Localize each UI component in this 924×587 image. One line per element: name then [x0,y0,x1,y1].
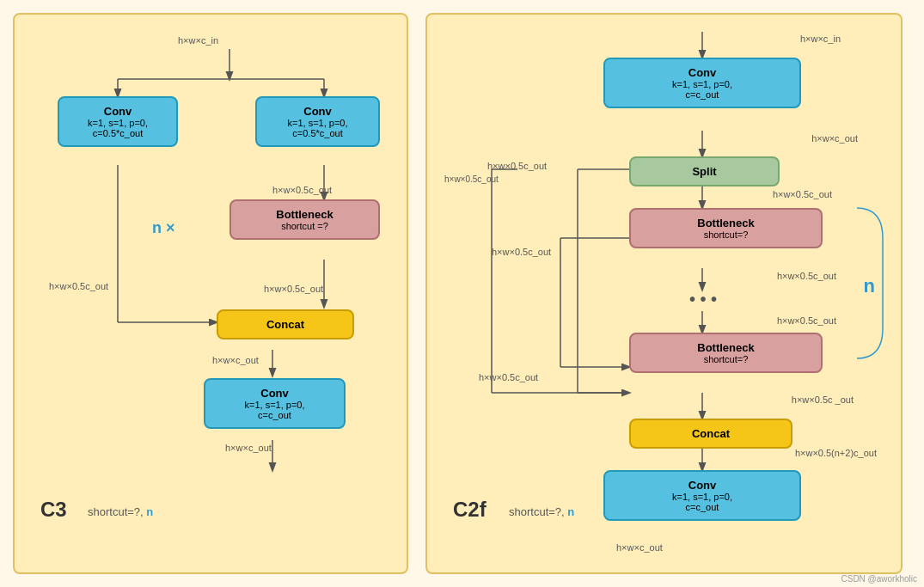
c2f-conv2-text: k=1, s=1, p=0,c=c_out [615,492,789,512]
c2f-bottleneck1-title: Bottleneck [641,217,811,229]
c2f-dots-label: h×w×0.5c_out [777,315,836,326]
c3-concat: Concat [217,309,354,339]
c2f-n: n [567,505,574,518]
c3-panel-sublabel: shortcut=?, n [88,505,153,518]
c2f-concat-out-label: h×w×0.5(n+2)c_out [795,448,877,458]
c2f-bottleneck1: Bottleneck shortcut=? [629,208,823,248]
c3-concat-label-out: h×w×c_out [212,355,259,365]
c2f-bn2-shortcut-label: h×w×0.5c_out [479,372,538,382]
c2f-conv1: Conv k=1, s=1, p=0,c=c_out [603,58,801,108]
c2f-panel-sublabel: shortcut=?, n [509,505,574,518]
c3-conv2-title: Conv [267,105,368,118]
c3-n-label: n × [152,219,175,237]
c3-conv1-title: Conv [70,105,166,118]
c3-mid-label1: h×w×0.5c_out [272,185,332,195]
c2f-conv1-text: k=1, s=1, p=0,c=c_out [615,79,789,100]
c3-conv3-title: Conv [216,387,333,400]
c3-panel-label: C3 [40,498,67,522]
c3-conv3: Conv k=1, s=1, p=0,c=c_out [204,378,346,429]
c2f-conv2-title: Conv [615,479,789,492]
c3-bottleneck: Bottleneck shortcut =? [229,199,380,240]
c2f-concat-title: Concat [641,427,780,440]
c2f-split: Split [629,156,780,186]
c2f-n-label: n [864,275,875,297]
c3-conv1: Conv k=1, s=1, p=0,c=0.5*c_out [58,96,178,147]
c2f-dots: • • • [689,290,717,309]
c2f-split-left-label: h×w×0.5c_out [487,161,547,171]
c2f-split-title: Split [641,165,768,178]
c3-mid-label3: h×w×0.5c_out [264,284,323,294]
c2f-split-right-label: h×w×0.5c_out [773,189,832,199]
c2f-after-conv-label: h×w×c_out [811,133,858,144]
c3-conv3-text: k=1, s=1, p=0,c=c_out [216,400,333,420]
c2f-input-label: h×w×c_in [800,34,841,44]
c3-conv2-text: k=1, s=1, p=0,c=0.5*c_out [267,118,368,138]
c2f-panel-label: C2f [453,498,486,522]
c3-n: n [146,505,153,518]
c2f-after-bn2-label: h×w×0.5c _out [792,394,854,405]
c2f-bottleneck2-text: shortcut=? [641,354,811,364]
c3-output-label: h×w×c_out [225,443,272,453]
c2f-bottleneck2: Bottleneck shortcut=? [629,333,823,373]
c2f-concat: Concat [629,419,792,449]
c2f-far-left-label: h×w×0.5c_out [444,174,499,184]
c2f-diagram: h×w×c_in Conv k=1, s=1, p=0,c=c_out h×w×… [444,32,884,530]
panel-c2f: h×w×c_in Conv k=1, s=1, p=0,c=c_out h×w×… [425,13,903,574]
c3-diagram: h×w×c_in Conv k=1, s=1, p=0,c=0.5*c_out … [32,32,389,530]
main-container: h×w×c_in Conv k=1, s=1, p=0,c=0.5*c_out … [0,0,924,587]
c3-bottleneck-title: Bottleneck [242,208,368,221]
panel-c3: h×w×c_in Conv k=1, s=1, p=0,c=0.5*c_out … [13,13,408,574]
c2f-conv2: Conv k=1, s=1, p=0,c=c_out [603,470,801,521]
c2f-bn1-shortcut-label: h×w×0.5c_out [492,247,551,257]
c2f-bottleneck1-text: shortcut=? [641,229,811,240]
c2f-after-bn1-label: h×w×0.5c_out [777,271,836,281]
c3-concat-title: Concat [229,318,342,331]
c2f-output-label: h×w×c_out [616,542,663,553]
c3-bottleneck-text: shortcut =? [242,221,368,231]
c3-conv1-text: k=1, s=1, p=0,c=0.5*c_out [70,118,166,138]
c3-mid-label2: h×w×0.5c_out [49,281,108,291]
c2f-bottleneck2-title: Bottleneck [641,341,811,354]
watermark: CSDN @aworkholic [841,574,917,584]
c3-input-label: h×w×c_in [178,35,218,46]
c3-conv2: Conv k=1, s=1, p=0,c=0.5*c_out [255,96,380,147]
c2f-conv1-title: Conv [615,66,789,79]
